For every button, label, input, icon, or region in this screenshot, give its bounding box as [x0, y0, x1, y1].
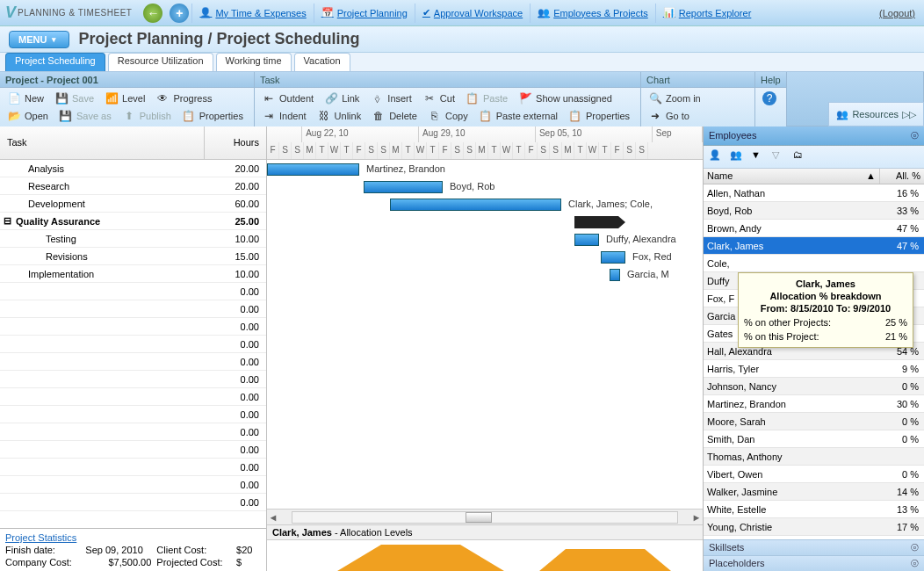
resources-toggle[interactable]: 👥Resources ▷▷ [828, 102, 924, 126]
task-row[interactable]: Research20.00 [0, 177, 266, 195]
gantt-bar[interactable] [390, 199, 561, 211]
tb-paste[interactable]: 📋Paste [460, 90, 513, 107]
tb-properties[interactable]: 📋Properties [177, 107, 249, 125]
employee-row[interactable]: Walker, Jasmine14 % [704, 483, 924, 501]
gantt-bar[interactable] [601, 251, 625, 264]
placeholders-accordion[interactable]: Placeholders⦾ [704, 555, 924, 571]
task-row-empty[interactable]: 0.00 [0, 300, 266, 318]
task-row-empty[interactable]: 0.00 [0, 494, 266, 511]
col-hours[interactable]: Hours [205, 126, 266, 159]
employee-row[interactable]: Thomas, Anthony [704, 448, 924, 466]
task-row-empty[interactable]: 0.00 [0, 441, 266, 459]
tb-paste-external[interactable]: 📋Paste external [473, 107, 563, 125]
gantt-bar[interactable] [610, 269, 620, 281]
tb-insert[interactable]: ⎀Insert [365, 90, 417, 107]
day-header: T [402, 142, 415, 160]
skillsets-accordion[interactable]: Skillsets⦾ [704, 539, 924, 555]
employee-row[interactable]: Martinez, Brandon30 % [704, 395, 924, 413]
employee-row[interactable]: Johnson, Nancy0 % [704, 378, 924, 395]
tb-help[interactable]: ? [757, 90, 782, 107]
employee-row[interactable]: Boyd, Rob33 % [704, 202, 924, 220]
tb-new[interactable]: 📄New [2, 90, 49, 107]
gantt-bar[interactable] [574, 234, 599, 246]
employee-row[interactable]: Moore, Sarah0 % [704, 413, 924, 430]
task-row[interactable]: Implementation10.00 [0, 265, 266, 283]
nav-back-button[interactable]: ← [143, 4, 162, 23]
day-header: F [353, 142, 365, 160]
task-row-empty[interactable]: 0.00 [0, 318, 266, 336]
tb-link[interactable]: 🔗Link [319, 90, 365, 107]
stack-icon[interactable]: 🗂 [793, 149, 809, 165]
filter-add-icon[interactable]: ▼ [751, 149, 767, 165]
gantt-scrollbar[interactable]: ◄ ► [267, 509, 703, 524]
scroll-right-icon[interactable]: ► [690, 512, 703, 523]
tb-saveas[interactable]: 💾Save as [54, 107, 117, 125]
task-row[interactable]: Quality Assurance25.00 [0, 213, 266, 230]
menu-button[interactable]: MENU [9, 31, 69, 48]
add-employee-icon[interactable]: 👤 [709, 149, 725, 165]
employee-row[interactable]: Young, Christie17 % [704, 518, 924, 536]
help-icon: ? [762, 91, 776, 105]
nav-forward-button[interactable]: + [170, 4, 189, 23]
tb-cut[interactable]: ✂Cut [417, 90, 460, 107]
task-row-empty[interactable]: 0.00 [0, 336, 266, 353]
employee-row[interactable]: Vibert, Owen0 % [704, 466, 924, 483]
collapse-icon[interactable]: ⦾ [911, 130, 919, 141]
gantt-bar[interactable] [574, 216, 618, 228]
nav-project-planning[interactable]: 📅Project Planning [314, 4, 415, 23]
tab-resource-utilization[interactable]: Resource Utilization [108, 53, 213, 71]
tab-working-time[interactable]: Working time [216, 53, 292, 71]
employee-row[interactable]: Smith, Dan0 % [704, 430, 924, 448]
tb-zoom-in[interactable]: 🔍Zoom in [643, 90, 706, 107]
task-row-empty[interactable]: 0.00 [0, 459, 266, 476]
task-row-empty[interactable]: 0.00 [0, 423, 266, 441]
tb-publish[interactable]: ⬆Publish [117, 107, 177, 125]
employee-row[interactable]: Clark, James47 % [704, 237, 924, 255]
tb-progress[interactable]: 👁Progress [150, 90, 217, 107]
project-statistics-link[interactable]: Project Statistics [5, 532, 76, 543]
add-group-icon[interactable]: 👥 [730, 149, 746, 165]
gantt-bar[interactable] [267, 163, 359, 176]
filter-clear-icon[interactable]: ▽ [772, 149, 788, 165]
task-row-empty[interactable]: 0.00 [0, 388, 266, 406]
tb-goto[interactable]: ➜Go to [643, 107, 695, 125]
tb-delete[interactable]: 🗑Delete [366, 107, 422, 125]
tb-unlink[interactable]: ⛓Unlink [312, 107, 367, 125]
task-row-empty[interactable]: 0.00 [0, 353, 266, 371]
employee-row[interactable]: Allen, Nathan16 % [704, 184, 924, 202]
employee-row[interactable]: White, Estelle13 % [704, 501, 924, 518]
tb-copy[interactable]: ⎘Copy [422, 107, 473, 125]
task-row[interactable]: Development60.00 [0, 195, 266, 213]
tb-save[interactable]: 💾Save [49, 90, 99, 107]
employee-row[interactable]: Harris, Tyler9 % [704, 360, 924, 378]
tab-vacation[interactable]: Vacation [294, 53, 350, 71]
nav-employees[interactable]: 👥Employees & Projects [530, 4, 655, 23]
task-row-empty[interactable]: 0.00 [0, 406, 266, 423]
task-row[interactable]: Testing10.00 [0, 230, 266, 248]
task-row-empty[interactable]: 0.00 [0, 371, 266, 388]
emp-col-pct[interactable]: All. % [880, 169, 924, 184]
employee-row[interactable]: Brown, Andy47 % [704, 220, 924, 237]
tb-indent[interactable]: ⇥Indent [256, 107, 312, 125]
tb-open[interactable]: 📂Open [2, 107, 54, 125]
tb-show-unassigned[interactable]: 🚩Show unassigned [513, 90, 617, 107]
tb-properties-2[interactable]: 📋Properties [563, 107, 635, 125]
nav-my-time[interactable]: 👤My Time & Expenses [191, 4, 313, 23]
task-row[interactable]: Analysis20.00 [0, 160, 266, 177]
nav-approval[interactable]: ✔Approval Workspace [415, 4, 530, 23]
nav-reports[interactable]: 📊Reports Explorer [655, 4, 759, 23]
tb-level[interactable]: 📶Level [99, 90, 150, 107]
emp-col-name[interactable]: Name▲ [704, 169, 880, 184]
employee-row[interactable]: Cole, [704, 255, 924, 272]
gantt-bar[interactable] [364, 181, 443, 193]
app-logo: VPLANNING & TIMESHEET [0, 4, 132, 22]
task-row-empty[interactable]: 0.00 [0, 476, 266, 494]
task-row-empty[interactable]: 0.00 [0, 283, 266, 300]
delete-icon: 🗑 [372, 109, 386, 123]
col-task[interactable]: Task [0, 126, 205, 159]
logout-link[interactable]: (Logout) [879, 8, 915, 18]
tab-project-scheduling[interactable]: Project Scheduling [5, 53, 105, 71]
scroll-left-icon[interactable]: ◄ [267, 512, 279, 523]
task-row[interactable]: Revisions15.00 [0, 248, 266, 265]
tb-outdent[interactable]: ⇤Outdent [256, 90, 319, 107]
